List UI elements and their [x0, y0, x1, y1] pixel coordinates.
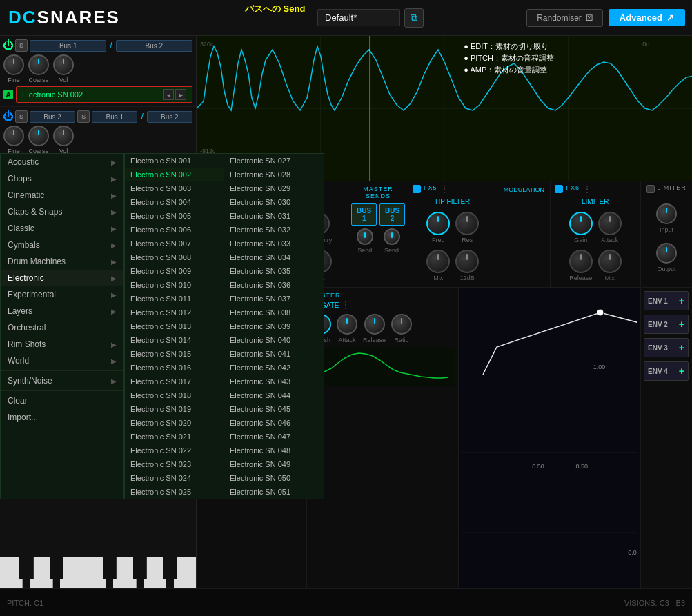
fx6-mix-knob[interactable]	[598, 250, 622, 273]
fx6-power[interactable]	[555, 185, 563, 193]
channel-a-fine-knob[interactable]	[3, 54, 24, 75]
category-cinematic[interactable]: Cinematic ▶	[1, 187, 123, 203]
sample-next-button[interactable]: ▸	[175, 89, 186, 100]
fx5-freq-knob[interactable]	[426, 212, 450, 235]
sample-item-003[interactable]: Electronic SN 003	[125, 181, 224, 195]
fx5-power[interactable]	[413, 185, 421, 193]
sample-item-030[interactable]: Electronic SN 030	[224, 195, 324, 209]
sample-item-050[interactable]: Electronic SN 050	[224, 471, 324, 485]
preset-copy-button[interactable]: ⧉	[404, 8, 424, 28]
sample-item-009[interactable]: Electronic SN 009	[125, 264, 224, 278]
sample-item-019[interactable]: Electronic SN 019	[125, 402, 224, 416]
sample-item-006[interactable]: Electronic SN 006	[125, 223, 224, 237]
category-classic[interactable]: Classic ▶	[1, 220, 123, 237]
bus1-send-button[interactable]: BUS 1	[351, 203, 377, 226]
gate-release-knob[interactable]	[364, 314, 385, 335]
sample-item-028[interactable]: Electronic SN 028	[224, 168, 324, 181]
bus2-send-knob[interactable]	[384, 228, 400, 245]
env4-button[interactable]: ENV 4 +	[644, 361, 689, 381]
sample-item-038[interactable]: Electronic SN 038	[224, 306, 324, 319]
channel-b-bus2[interactable]: Bus 2	[147, 111, 192, 123]
channel-a-sample-selector[interactable]: Electronic SN 002 ◂ ▸	[16, 86, 192, 103]
sample-item-015[interactable]: Electronic SN 015	[125, 347, 224, 361]
fx5-mix-knob[interactable]	[426, 250, 450, 273]
sample-item-044[interactable]: Electronic SN 044	[224, 388, 324, 402]
channel-a-bus2[interactable]: Bus 2	[116, 40, 192, 52]
sample-item-020[interactable]: Electronic SN 020	[125, 416, 224, 430]
fx6-attack-knob[interactable]	[598, 212, 622, 235]
sample-item-045[interactable]: Electronic SN 045	[224, 402, 324, 416]
sample-item-040[interactable]: Electronic SN 040	[224, 333, 324, 347]
env3-button[interactable]: ENV 3 +	[644, 338, 689, 357]
fx6-release-knob[interactable]	[569, 250, 593, 273]
category-layers[interactable]: Layers ▶	[1, 303, 123, 319]
category-electronic[interactable]: Electronic ▶	[1, 270, 123, 286]
sample-item-016[interactable]: Electronic SN 016	[125, 361, 224, 375]
channel-b-bus2-left[interactable]: Bus 2	[30, 111, 75, 123]
sample-item-031[interactable]: Electronic SN 031	[224, 209, 324, 223]
channel-a-vol-knob[interactable]	[53, 54, 74, 75]
category-rim-shots[interactable]: Rim Shots ▶	[1, 336, 123, 352]
sample-item-018[interactable]: Electronic SN 018	[125, 388, 224, 402]
channel-b-fine-knob[interactable]	[3, 126, 24, 146]
sample-item-005[interactable]: Electronic SN 005	[125, 209, 224, 223]
sample-item-051[interactable]: Electronic SN 051	[224, 485, 324, 499]
piano-key-gs[interactable]	[133, 557, 147, 579]
channel-b-coarse-knob[interactable]	[28, 126, 49, 146]
sample-item-039[interactable]: Electronic SN 039	[224, 319, 324, 333]
sample-item-021[interactable]: Electronic SN 021	[125, 430, 224, 444]
category-acoustic[interactable]: Acoustic ▶	[1, 154, 123, 170]
gate-menu[interactable]: ⋮	[341, 300, 350, 310]
sample-item[interactable]: Electronic SN 001	[125, 154, 224, 168]
advanced-button[interactable]: Advanced ↗	[609, 9, 685, 26]
sample-item-043[interactable]: Electronic SN 043	[224, 375, 324, 388]
channel-a-solo[interactable]: S	[15, 39, 28, 52]
category-drum-machines[interactable]: Drum Machines ▶	[1, 253, 123, 270]
fx5-menu[interactable]: ⋮	[439, 184, 449, 194]
category-chops[interactable]: Chops ▶	[1, 170, 123, 187]
limiter-input-knob[interactable]	[656, 203, 677, 224]
sample-item-002[interactable]: Electronic SN 002	[125, 168, 224, 181]
channel-b-vol-knob[interactable]	[53, 126, 74, 146]
sample-item-008[interactable]: Electronic SN 008	[125, 250, 224, 264]
sample-item-049[interactable]: Electronic SN 049	[224, 457, 324, 471]
piano-key-ds[interactable]	[50, 557, 63, 579]
sample-item-017[interactable]: Electronic SN 017	[125, 375, 224, 388]
sample-item-012[interactable]: Electronic SN 012	[125, 306, 224, 319]
sample-item-011[interactable]: Electronic SN 011	[125, 292, 224, 306]
sample-item-037[interactable]: Electronic SN 037	[224, 292, 324, 306]
channel-a-power[interactable]: ⏻	[3, 41, 13, 50]
sample-item-033[interactable]: Electronic SN 033	[224, 237, 324, 250]
fx5-12db-knob[interactable]	[455, 250, 479, 273]
env1-button[interactable]: ENV 1 +	[644, 291, 689, 310]
sample-item-047[interactable]: Electronic SN 047	[224, 430, 324, 444]
sample-item-041[interactable]: Electronic SN 041	[224, 347, 324, 361]
sample-item-032[interactable]: Electronic SN 032	[224, 223, 324, 237]
piano-key-cs[interactable]	[19, 557, 33, 579]
category-cymbals[interactable]: Cymbals ▶	[1, 237, 123, 253]
import-button[interactable]: Import...	[1, 409, 123, 426]
limiter-right-power[interactable]	[646, 185, 655, 193]
channel-b-power[interactable]: ⏻	[3, 112, 13, 121]
sample-item-042[interactable]: Electronic SN 042	[224, 361, 324, 375]
category-synth[interactable]: Synth/Noise ▶	[1, 372, 123, 389]
sample-item-022[interactable]: Electronic SN 022	[125, 444, 224, 457]
channel-a-bus1[interactable]: Bus 1	[30, 40, 106, 52]
sample-prev-button[interactable]: ◂	[163, 89, 174, 100]
gate-ratio-knob[interactable]	[391, 314, 412, 335]
sample-item-007[interactable]: Electronic SN 007	[125, 237, 224, 250]
channel-b-solo[interactable]: S	[15, 110, 28, 123]
sample-item-025[interactable]: Electronic SN 025	[125, 485, 224, 499]
sample-item-027[interactable]: Electronic SN 027	[224, 154, 324, 168]
sample-item-013[interactable]: Electronic SN 013	[125, 319, 224, 333]
piano-key-as[interactable]	[163, 557, 177, 579]
clear-button[interactable]: Clear	[1, 393, 123, 409]
env2-button[interactable]: ENV 2 +	[644, 315, 689, 334]
channel-b-bus1[interactable]: Bus 1	[92, 111, 137, 123]
sample-item-034[interactable]: Electronic SN 034	[224, 250, 324, 264]
bus1-send-knob[interactable]	[357, 228, 373, 245]
sample-item-048[interactable]: Electronic SN 048	[224, 444, 324, 457]
channel-b-s2[interactable]: S	[77, 110, 90, 123]
sample-item-035[interactable]: Electronic SN 035	[224, 264, 324, 278]
bus2-send-button[interactable]: BUS 2	[379, 203, 405, 226]
